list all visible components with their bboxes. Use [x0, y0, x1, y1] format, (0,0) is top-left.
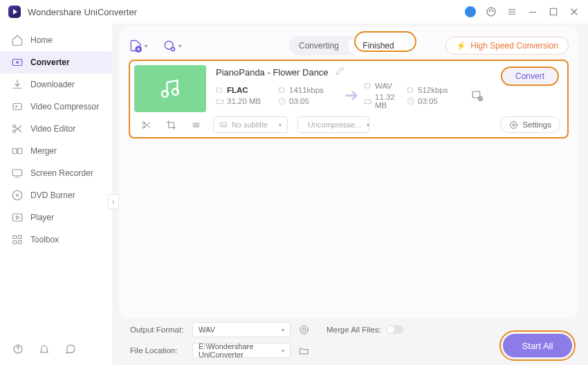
open-folder-icon[interactable] [297, 346, 310, 356]
titlebar: Wondershare UniConverter [0, 0, 588, 24]
svg-point-20 [12, 190, 22, 200]
scissors-icon [11, 123, 24, 135]
more-icon[interactable] [188, 120, 203, 130]
bottom-bar: Output Format: WAV Merge All Files: File… [119, 318, 578, 365]
sidebar-item-label: Screen Recorder [30, 168, 93, 178]
feedback-icon[interactable] [65, 344, 76, 357]
svg-point-52 [513, 123, 515, 125]
file-location-select[interactable]: E:\Wondershare UniConverter [192, 343, 291, 358]
clock-icon [407, 97, 415, 105]
file-settings-button[interactable]: Settings [500, 116, 560, 133]
svg-point-55 [302, 328, 306, 332]
recorder-icon [11, 167, 24, 179]
sidebar-item-label: Merger [30, 146, 57, 156]
trim-icon[interactable] [138, 120, 154, 130]
sidebar-item-toolbox[interactable]: Toolbox [0, 229, 112, 251]
svg-rect-18 [12, 170, 22, 176]
sidebar-item-dvd[interactable]: DVD Burner [0, 184, 112, 206]
clock-icon [278, 97, 286, 105]
bell-icon[interactable] [39, 344, 50, 357]
sidebar-item-label: Downloader [30, 80, 75, 89]
target-format: WAV [375, 82, 392, 90]
add-url-button[interactable] [163, 39, 181, 53]
signal-icon [278, 86, 286, 94]
svg-rect-39 [408, 88, 413, 92]
start-all-button[interactable]: Start All [503, 334, 572, 357]
merge-toggle[interactable] [387, 326, 403, 334]
tab-converting[interactable]: Converting [289, 36, 349, 55]
help-icon[interactable] [12, 344, 24, 357]
svg-point-53 [511, 121, 517, 128]
menu-icon[interactable] [506, 6, 517, 17]
svg-rect-38 [365, 84, 370, 88]
video-icon [364, 82, 372, 90]
svg-rect-24 [13, 235, 17, 239]
video-icon [216, 86, 224, 94]
svg-rect-50 [221, 123, 227, 127]
user-avatar[interactable] [465, 6, 476, 17]
sidebar-item-merger[interactable]: Merger [0, 140, 112, 162]
source-size: 31.20 MB [227, 97, 261, 105]
toolbar: Converting Finished High Speed Conversio… [129, 32, 569, 60]
svg-rect-25 [19, 235, 22, 239]
sidebar-item-downloader[interactable]: Downloader [0, 73, 112, 96]
source-format: FLAC [227, 86, 248, 94]
target-icon[interactable] [297, 325, 310, 335]
svg-marker-10 [17, 62, 19, 64]
convert-button[interactable]: Convert [501, 66, 559, 86]
output-format-select[interactable]: WAV [192, 322, 291, 337]
tab-finished[interactable]: Finished [349, 36, 408, 55]
sidebar-collapse-button[interactable]: ‹ [108, 194, 119, 209]
target-duration: 03:05 [418, 97, 438, 105]
high-speed-button[interactable]: High Speed Conversion [445, 37, 569, 55]
target-size: 11.32 MB [375, 93, 405, 109]
sidebar-item-compressor[interactable]: Video Compressor [0, 96, 112, 118]
audio-select[interactable]: Uncompresse… [297, 116, 369, 133]
support-icon[interactable] [486, 6, 497, 17]
sidebar: Home Converter Downloader Video Compress… [0, 24, 112, 365]
edit-title-icon[interactable] [336, 66, 344, 78]
convert-icon [11, 56, 24, 69]
folder-icon [364, 97, 372, 105]
maximize-icon[interactable] [548, 6, 559, 17]
file-title: PianoPanda - Flower Dance [216, 67, 329, 78]
sidebar-item-home[interactable]: Home [0, 29, 112, 51]
svg-rect-41 [472, 91, 480, 98]
sidebar-item-label: Converter [30, 57, 70, 67]
file-thumbnail[interactable] [134, 65, 206, 112]
sidebar-item-label: Player [30, 213, 54, 222]
status-tabs: Converting Finished [289, 36, 408, 55]
file-card: PianoPanda - Flower Dance FLAC 31.20 MB … [129, 60, 569, 139]
svg-point-1 [487, 8, 495, 16]
source-bitrate: 1411kbps [289, 86, 324, 94]
sidebar-item-recorder[interactable]: Screen Recorder [0, 162, 112, 184]
svg-rect-6 [550, 8, 556, 15]
minimize-icon[interactable] [527, 6, 538, 17]
svg-rect-9 [12, 60, 22, 66]
sidebar-item-label: Video Editor [30, 124, 75, 134]
close-icon[interactable] [569, 6, 580, 17]
sidebar-item-label: DVD Burner [30, 190, 75, 200]
sidebar-item-editor[interactable]: Video Editor [0, 118, 112, 140]
subtitle-select[interactable]: No subtitle [213, 116, 288, 133]
merge-icon [11, 145, 24, 157]
signal-icon [407, 86, 415, 94]
sidebar-item-player[interactable]: Player [0, 206, 112, 229]
svg-rect-26 [13, 241, 17, 244]
svg-point-0 [469, 9, 472, 12]
file-location-label: File Location: [130, 346, 185, 355]
crop-icon[interactable] [163, 120, 178, 130]
app-name: Wondershare UniConverter [28, 7, 137, 17]
sidebar-item-label: Toolbox [30, 235, 59, 244]
merge-label: Merge All Files: [327, 326, 381, 334]
app-logo [8, 6, 21, 18]
target-bitrate: 512kbps [418, 86, 448, 94]
add-file-button[interactable] [129, 39, 147, 53]
svg-rect-16 [12, 148, 17, 154]
sidebar-item-converter[interactable]: Converter [0, 51, 112, 73]
svg-marker-23 [17, 216, 20, 220]
output-settings-icon[interactable] [469, 89, 486, 102]
start-all-highlight: Start All [499, 330, 576, 361]
main-panel: Converting Finished High Speed Conversio… [119, 26, 578, 318]
disc-icon [11, 189, 24, 202]
